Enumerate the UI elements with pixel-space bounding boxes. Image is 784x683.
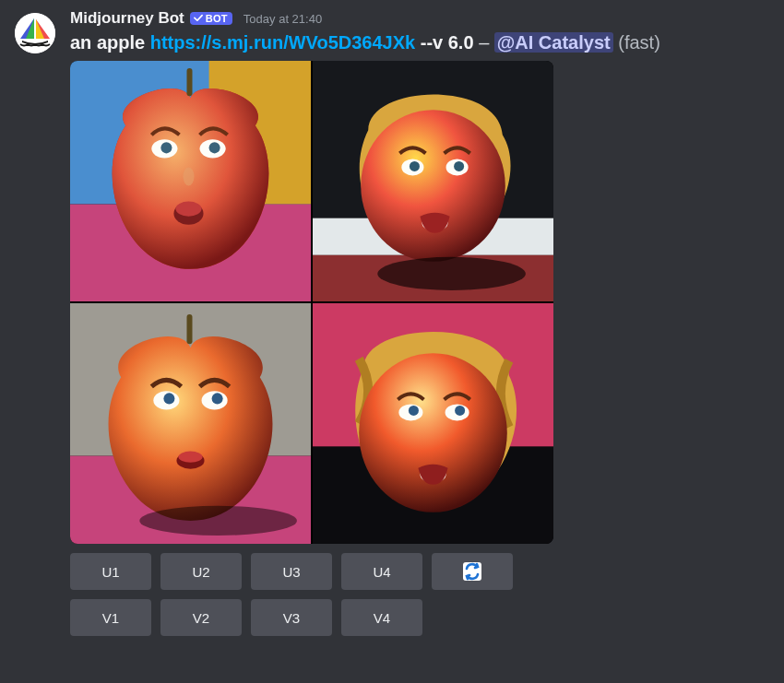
svg-point-0 xyxy=(15,13,55,53)
svg-point-15 xyxy=(361,110,505,262)
svg-rect-24 xyxy=(186,314,192,344)
timestamp: Today at 21:40 xyxy=(244,12,322,26)
v2-button[interactable]: V2 xyxy=(160,599,242,636)
svg-point-27 xyxy=(163,393,174,404)
user-mention[interactable]: @AI Catalyst xyxy=(494,32,613,53)
svg-point-11 xyxy=(175,202,201,217)
midjourney-message: Midjourney Bot BOT Today at 21:40 an app… xyxy=(0,0,784,653)
u4-button[interactable]: U4 xyxy=(341,553,422,590)
v3-button[interactable]: V3 xyxy=(251,599,332,636)
svg-point-8 xyxy=(209,142,220,153)
gen-image-2 xyxy=(313,61,553,301)
v1-button[interactable]: V1 xyxy=(70,599,151,636)
svg-point-31 xyxy=(139,506,297,536)
variation-row: V1 V2 V3 V4 xyxy=(70,599,769,636)
message-content: Midjourney Bot BOT Today at 21:40 an app… xyxy=(70,9,769,645)
prompt-version: --v 6.0 xyxy=(421,32,474,53)
svg-point-21 xyxy=(377,257,526,290)
username[interactable]: Midjourney Bot xyxy=(70,9,184,28)
v4-button[interactable]: V4 xyxy=(341,599,422,636)
prompt-text: an apple xyxy=(70,32,145,53)
prompt-line: an apple https://s.mj.run/WVo5D364JXk --… xyxy=(70,29,769,55)
message-header: Midjourney Bot BOT Today at 21:40 xyxy=(70,9,769,28)
generated-image-grid[interactable] xyxy=(70,61,553,544)
upscale-row: U1 U2 U3 U4 xyxy=(70,553,769,590)
svg-point-34 xyxy=(359,353,507,512)
prompt-suffix: (fast) xyxy=(618,32,660,53)
svg-point-7 xyxy=(160,142,172,153)
svg-point-9 xyxy=(183,167,194,185)
gen-image-4 xyxy=(313,303,553,544)
u1-button[interactable]: U1 xyxy=(70,553,151,590)
u3-button[interactable]: U3 xyxy=(251,553,332,590)
svg-point-28 xyxy=(212,393,223,404)
bot-badge-text: BOT xyxy=(206,13,228,24)
prompt-separator: – xyxy=(479,32,489,53)
reroll-icon xyxy=(461,560,483,583)
gen-image-3 xyxy=(70,303,311,544)
prompt-link[interactable]: https://s.mj.run/WVo5D364JXk xyxy=(150,32,415,53)
bot-badge: BOT xyxy=(190,12,232,25)
svg-rect-4 xyxy=(186,68,192,96)
bot-avatar[interactable] xyxy=(15,13,55,53)
svg-point-37 xyxy=(409,406,419,416)
gen-image-1 xyxy=(70,61,311,301)
reroll-button[interactable] xyxy=(432,553,513,590)
svg-point-30 xyxy=(178,452,202,463)
svg-point-18 xyxy=(410,161,420,171)
u2-button[interactable]: U2 xyxy=(160,553,242,590)
svg-point-38 xyxy=(455,406,465,416)
svg-point-19 xyxy=(454,161,464,171)
